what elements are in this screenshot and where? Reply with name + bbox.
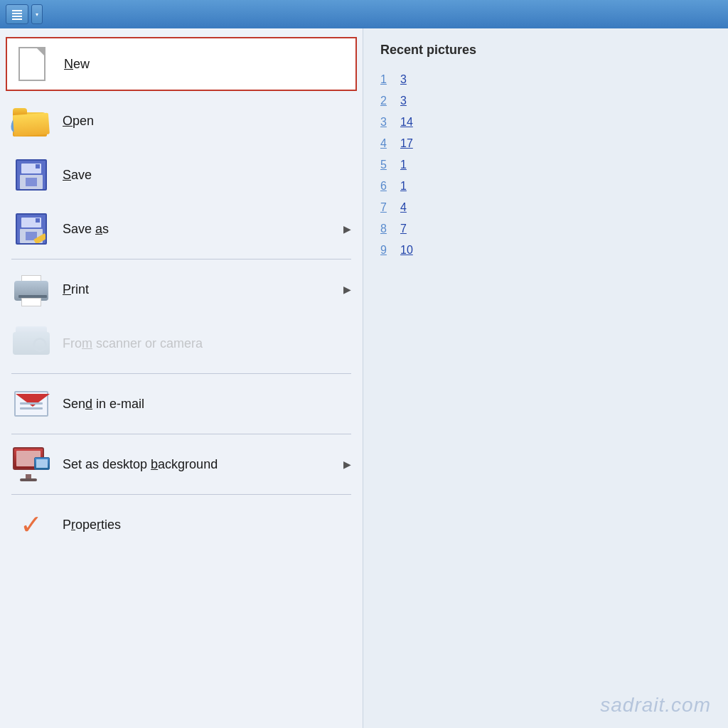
recent-item-5-label: 1 [400, 159, 407, 171]
recent-item-1-label: 3 [400, 73, 407, 86]
save-floppy-icon [11, 155, 51, 195]
recent-item-4-label: 17 [400, 137, 413, 150]
menu-item-new-label: New [64, 57, 90, 72]
menu-left: New Open [0, 28, 363, 728]
recent-item-7[interactable]: 7 4 [380, 197, 711, 218]
recent-pictures-title: Recent pictures [380, 43, 711, 58]
svg-rect-0 [12, 10, 22, 11]
recent-item-2[interactable]: 2 3 [380, 90, 711, 112]
recent-item-2-num: 2 [380, 95, 392, 107]
recent-item-9-num: 9 [380, 244, 392, 257]
menu-item-properties[interactable]: ✓ Properties [0, 498, 363, 552]
new-document-icon [13, 44, 53, 84]
recent-item-6-num: 6 [380, 180, 392, 193]
separator-2 [11, 373, 351, 374]
recent-item-3-label: 14 [400, 116, 413, 129]
menu-item-print-label: Print [63, 282, 89, 297]
recent-pictures-panel: Recent pictures 1 3 2 3 3 14 4 17 5 1 [363, 28, 728, 728]
separator-1 [11, 259, 351, 259]
menu-item-save-as[interactable]: Save as ▶ [0, 202, 363, 256]
menu-item-save[interactable]: Save [0, 148, 363, 202]
app-menu-button[interactable] [6, 4, 28, 24]
menu-item-new[interactable]: New [6, 37, 357, 91]
recent-item-1[interactable]: 1 3 [380, 69, 711, 90]
recent-item-3-num: 3 [380, 116, 392, 129]
menu-item-desktop-bg[interactable]: Set as desktop background ▶ [0, 437, 363, 491]
recent-pictures-list: 1 3 2 3 3 14 4 17 5 1 6 1 [380, 69, 711, 261]
recent-item-8-label: 7 [400, 223, 407, 235]
recent-item-2-label: 3 [400, 95, 407, 107]
save-as-icon [11, 209, 51, 249]
menu-container: New Open [0, 28, 728, 728]
desktop-bg-arrow-icon: ▶ [343, 459, 351, 470]
titlebar: ▾ [0, 0, 728, 28]
menu-item-print[interactable]: Print ▶ [0, 262, 363, 316]
recent-item-6-label: 1 [400, 180, 407, 193]
separator-3 [11, 434, 351, 434]
save-as-arrow-icon: ▶ [343, 223, 351, 235]
menu-item-desktop-bg-label: Set as desktop background [63, 457, 218, 472]
menu-item-save-as-label: Save as [63, 222, 109, 237]
recent-item-7-num: 7 [380, 201, 392, 214]
recent-item-6[interactable]: 6 1 [380, 176, 711, 197]
recent-item-4-num: 4 [380, 137, 392, 150]
menu-item-open[interactable]: Open [0, 94, 363, 148]
print-icon [11, 269, 51, 309]
menu-item-email[interactable]: Send in e-mail [0, 377, 363, 431]
recent-item-5[interactable]: 5 1 [380, 154, 711, 176]
svg-rect-3 [12, 18, 22, 20]
scanner-icon [11, 323, 51, 363]
menu-item-open-label: Open [63, 114, 94, 129]
watermark: sadrait.com [600, 694, 711, 717]
open-folder-icon [11, 101, 51, 141]
svg-rect-1 [12, 13, 22, 14]
recent-item-8-num: 8 [380, 223, 392, 235]
menu-item-scanner: From scanner or camera [0, 316, 363, 370]
menu-dropdown-arrow[interactable]: ▾ [31, 4, 43, 24]
recent-item-3[interactable]: 3 14 [380, 112, 711, 133]
recent-item-8[interactable]: 8 7 [380, 218, 711, 240]
menu-item-properties-label: Properties [63, 518, 121, 532]
recent-item-4[interactable]: 4 17 [380, 133, 711, 154]
print-arrow-icon: ▶ [343, 284, 351, 295]
email-icon [11, 384, 51, 424]
menu-item-save-label: Save [63, 168, 92, 183]
recent-item-9-label: 10 [400, 244, 413, 257]
desktop-background-icon [11, 444, 51, 484]
svg-rect-2 [12, 16, 22, 17]
recent-item-5-num: 5 [380, 159, 392, 171]
menu-item-email-label: Send in e-mail [63, 397, 144, 412]
properties-check-icon: ✓ [11, 505, 51, 545]
menu-item-scanner-label: From scanner or camera [63, 336, 203, 351]
separator-4 [11, 494, 351, 495]
recent-item-9[interactable]: 9 10 [380, 240, 711, 261]
recent-item-1-num: 1 [380, 73, 392, 86]
recent-item-7-label: 4 [400, 201, 407, 214]
